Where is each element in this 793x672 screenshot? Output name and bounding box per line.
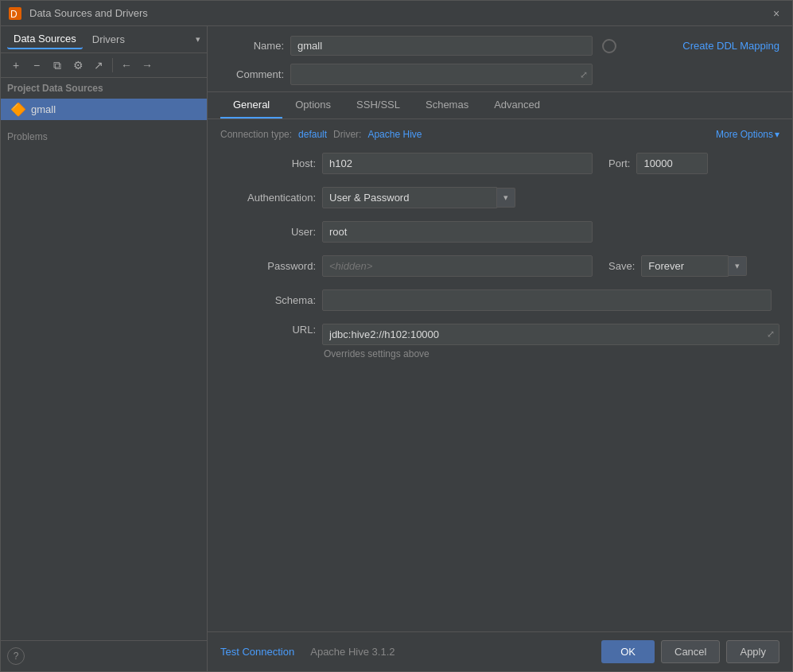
left-bottom: ? (1, 640, 207, 671)
tab-general[interactable]: General (220, 92, 282, 118)
save-select[interactable]: Forever (641, 255, 729, 277)
main-content: Data Sources Drivers ▾ + − ⧉ ⚙ ↗ ← → Pro… (1, 26, 792, 671)
close-button[interactable]: × (767, 4, 786, 23)
password-label: Password: (220, 260, 316, 272)
host-label: Host: (220, 157, 316, 169)
password-input[interactable] (322, 255, 593, 277)
datasource-icon: 🔶 (10, 102, 26, 117)
conn-type-row: Connection type: default Driver: Apache … (220, 129, 779, 140)
left-panel: Data Sources Drivers ▾ + − ⧉ ⚙ ↗ ← → Pro… (1, 26, 208, 671)
schema-label: Schema: (220, 294, 316, 306)
right-header: Name: Create DDL Mapping Comment: ⤢ (208, 26, 792, 92)
save-label: Save: (608, 260, 635, 272)
save-select-wrap: Forever ▾ (641, 255, 747, 277)
driver-info: Apache Hive 3.1.2 (310, 646, 395, 658)
ok-button[interactable]: OK (601, 640, 655, 663)
user-label: User: (220, 226, 316, 238)
driver-label: Driver: (333, 129, 361, 140)
problems-label: Problems (7, 131, 48, 142)
more-options-icon: ▾ (775, 129, 779, 140)
overrides-text: Overrides settings above (324, 348, 779, 359)
toolbar-row: + − ⧉ ⚙ ↗ ← → (1, 53, 207, 78)
bottom-buttons: OK Cancel Apply (601, 640, 779, 663)
auth-select-arrow[interactable]: ▾ (497, 188, 515, 208)
copy-button[interactable]: ⧉ (49, 56, 66, 74)
remove-button[interactable]: − (28, 56, 45, 74)
name-row: Name: Create DDL Mapping (220, 36, 779, 56)
comment-row: Comment: ⤢ (220, 64, 779, 85)
url-input-wrap: ⤢ (322, 324, 779, 345)
right-tabs: General Options SSH/SSL Schemas Advanced (208, 92, 792, 119)
conn-type-label: Connection type: (220, 129, 292, 140)
svg-text:D: D (10, 9, 17, 20)
forward-button[interactable]: → (138, 56, 156, 74)
bottom-bar: Test Connection Apache Hive 3.1.2 OK Can… (208, 631, 792, 671)
conn-type-value[interactable]: default (298, 129, 327, 140)
url-label: URL: (220, 324, 316, 336)
app-icon: D (7, 6, 23, 21)
tab-schemas[interactable]: Schemas (413, 92, 481, 118)
more-options-btn[interactable]: More Options ▾ (716, 129, 779, 140)
comment-label: Comment: (220, 68, 284, 80)
dialog-title: Data Sources and Drivers (29, 7, 767, 19)
host-input[interactable] (322, 153, 593, 174)
status-circle (602, 39, 616, 53)
auth-select-wrap: User & Password ▾ (322, 187, 515, 208)
toolbar-separator (112, 58, 113, 72)
comment-expand-icon[interactable]: ⤢ (580, 69, 588, 80)
add-button[interactable]: + (7, 56, 25, 74)
problems-section: Problems (1, 126, 207, 147)
user-input[interactable] (322, 221, 593, 243)
save-select-arrow[interactable]: ▾ (729, 256, 747, 276)
schema-input[interactable] (322, 289, 772, 311)
name-label: Name: (220, 40, 284, 52)
user-row: User: (220, 221, 779, 243)
port-label: Port: (608, 157, 630, 169)
settings-button[interactable]: ⚙ (69, 56, 87, 74)
back-button[interactable]: ← (118, 56, 135, 74)
more-options-label: More Options (716, 129, 773, 140)
datasource-item-gmall[interactable]: 🔶 gmall (1, 99, 207, 120)
left-tabs-row: Data Sources Drivers ▾ (1, 26, 207, 53)
apply-button[interactable]: Apply (726, 640, 779, 663)
create-ddl-link[interactable]: Create DDL Mapping (682, 40, 779, 52)
url-row: URL: ⤢ (220, 324, 779, 345)
tab-datasources[interactable]: Data Sources (7, 29, 83, 49)
tab-advanced[interactable]: Advanced (481, 92, 553, 118)
cancel-button[interactable]: Cancel (661, 640, 720, 663)
password-row: Password: Save: Forever ▾ (220, 255, 779, 277)
comment-input[interactable] (290, 64, 593, 85)
tab-ssh-ssl[interactable]: SSH/SSL (344, 92, 413, 118)
datasource-name: gmall (31, 103, 56, 115)
dialog: D Data Sources and Drivers × Data Source… (0, 0, 793, 672)
open-button[interactable]: ↗ (90, 56, 107, 74)
tab-drivers[interactable]: Drivers (86, 30, 131, 49)
url-expand-icon[interactable]: ⤢ (767, 328, 775, 340)
driver-value[interactable]: Apache Hive (367, 129, 422, 140)
comment-input-wrap: ⤢ (290, 64, 593, 85)
help-button[interactable]: ? (7, 647, 25, 665)
test-connection-button[interactable]: Test Connection (220, 646, 294, 658)
tab-dropdown-icon[interactable]: ▾ (196, 34, 200, 45)
title-bar: D Data Sources and Drivers × (1, 1, 792, 26)
port-input[interactable] (636, 153, 708, 174)
host-port-row: Host: Port: (220, 153, 779, 174)
auth-select[interactable]: User & Password (322, 187, 497, 208)
tab-options[interactable]: Options (282, 92, 344, 118)
schema-row: Schema: (220, 289, 779, 311)
auth-label: Authentication: (220, 192, 316, 204)
right-panel: Name: Create DDL Mapping Comment: ⤢ Gene… (208, 26, 792, 671)
auth-row: Authentication: User & Password ▾ (220, 187, 779, 208)
name-input[interactable] (290, 36, 593, 56)
url-input[interactable] (322, 324, 779, 345)
form-area: Connection type: default Driver: Apache … (208, 119, 792, 631)
project-datasources-label: Project Data Sources (1, 78, 207, 99)
